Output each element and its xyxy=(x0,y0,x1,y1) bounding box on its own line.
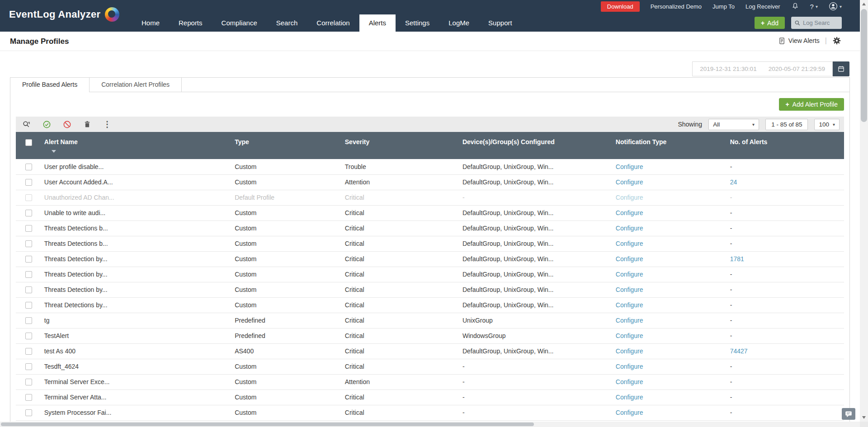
configure-link[interactable]: Configure xyxy=(616,286,643,293)
configure-link[interactable]: Configure xyxy=(616,301,643,309)
alert-name-cell[interactable]: System Processor Fai... xyxy=(42,405,232,420)
configure-link[interactable]: Configure xyxy=(616,178,643,186)
help-menu-button[interactable]: ? ▾ xyxy=(810,3,818,10)
configure-link[interactable]: Configure xyxy=(616,255,643,263)
alert-name-cell[interactable]: User Account Added.A... xyxy=(42,174,232,190)
alert-name-cell[interactable]: Tesdft_4624 xyxy=(42,359,232,374)
configure-link[interactable]: Configure xyxy=(616,209,643,216)
alert-name-cell[interactable]: Terminal Server Exce... xyxy=(42,374,232,389)
nav-item-alerts[interactable]: Alerts xyxy=(359,14,396,32)
row-checkbox[interactable] xyxy=(25,179,32,186)
row-checkbox[interactable] xyxy=(25,240,32,247)
nav-item-settings[interactable]: Settings xyxy=(396,14,439,32)
column-header-alert-name[interactable]: Alert Name xyxy=(42,132,232,159)
configure-link[interactable]: Configure xyxy=(616,240,643,247)
horizontal-scrollbar-thumb[interactable] xyxy=(1,422,534,426)
more-actions-button[interactable]: ⋮ xyxy=(103,120,111,128)
row-checkbox[interactable] xyxy=(25,363,32,370)
notification-bell-button[interactable] xyxy=(791,2,799,10)
column-header-notification-type[interactable]: Notification Type xyxy=(613,132,727,159)
quick-add-button[interactable]: + Add xyxy=(755,17,785,29)
column-header-type[interactable]: Type xyxy=(232,132,342,159)
row-checkbox[interactable] xyxy=(25,194,32,201)
column-header-severity[interactable]: Severity xyxy=(342,132,460,159)
alert-name-cell[interactable]: User profile disable... xyxy=(42,159,232,174)
scroll-up-arrow-icon[interactable] xyxy=(862,3,866,5)
date-range-field[interactable]: 2019-12-31 21:30:01 2020-05-07 21:29:59 xyxy=(692,61,833,76)
calendar-button[interactable] xyxy=(833,61,849,76)
view-alerts-button[interactable]: View Alerts xyxy=(778,37,820,45)
nav-item-compliance[interactable]: Compliance xyxy=(212,14,267,32)
alert-count-cell[interactable]: 1781 xyxy=(727,251,844,267)
row-checkbox[interactable] xyxy=(25,164,32,170)
alert-name-cell[interactable]: Threats Detection by... xyxy=(42,282,232,297)
configure-link[interactable]: Configure xyxy=(616,332,643,339)
configure-link[interactable]: Configure xyxy=(616,378,643,385)
alert-name-cell[interactable]: TestAlert xyxy=(42,328,232,343)
row-checkbox[interactable] xyxy=(25,333,32,339)
row-checkbox[interactable] xyxy=(25,256,32,263)
nav-item-support[interactable]: Support xyxy=(479,14,522,32)
log-search-box[interactable] xyxy=(791,17,842,29)
user-menu-button[interactable]: ▾ xyxy=(829,2,842,11)
column-search-button[interactable] xyxy=(22,120,31,129)
row-checkbox[interactable] xyxy=(25,302,32,309)
configure-link[interactable]: Configure xyxy=(616,363,643,370)
row-checkbox[interactable] xyxy=(25,394,32,401)
column-header-no-of-alerts[interactable]: No. of Alerts xyxy=(727,132,844,159)
log-receiver-link[interactable]: Log Receiver xyxy=(745,3,780,10)
tab-correlation-alert-profiles[interactable]: Correlation Alert Profiles xyxy=(90,78,182,92)
configure-link[interactable]: Configure xyxy=(616,317,643,324)
alert-count-cell[interactable]: 24 xyxy=(727,174,844,190)
nav-item-reports[interactable]: Reports xyxy=(169,14,212,32)
alert-count-cell[interactable]: 74427 xyxy=(727,343,844,359)
page-size-select[interactable]: 100 ▾ xyxy=(814,119,840,130)
scroll-down-arrow-icon[interactable] xyxy=(862,416,866,419)
row-checkbox[interactable] xyxy=(25,379,32,385)
settings-gear-button[interactable] xyxy=(832,36,841,45)
tab-profile-based-alerts[interactable]: Profile Based Alerts xyxy=(10,78,90,92)
vertical-scrollbar-thumb[interactable] xyxy=(861,9,867,122)
enable-alerts-button[interactable] xyxy=(42,120,51,129)
select-all-checkbox[interactable] xyxy=(25,139,32,146)
disable-alerts-button[interactable] xyxy=(63,120,71,129)
showing-filter-select[interactable]: All ▾ xyxy=(708,119,759,130)
configure-link[interactable]: Configure xyxy=(616,194,643,201)
row-checkbox[interactable] xyxy=(25,210,32,216)
row-checkbox[interactable] xyxy=(25,317,32,324)
configure-link[interactable]: Configure xyxy=(616,347,643,355)
configure-link[interactable]: Configure xyxy=(616,225,643,232)
alert-name-cell[interactable]: Unable to write audi... xyxy=(42,205,232,221)
row-checkbox[interactable] xyxy=(25,271,32,278)
alert-name-cell[interactable]: Threats Detection by... xyxy=(42,251,232,267)
delete-alerts-button[interactable] xyxy=(83,120,91,128)
alert-name-cell[interactable]: Threats Detections b... xyxy=(42,236,232,251)
alert-name-cell[interactable]: Terminal Server Atta... xyxy=(42,389,232,405)
configure-link[interactable]: Configure xyxy=(616,271,643,278)
alert-name-cell[interactable]: Threat Detections by... xyxy=(42,297,232,313)
horizontal-scrollbar[interactable] xyxy=(0,422,860,427)
alert-name-cell[interactable]: test As 400 xyxy=(42,343,232,359)
vertical-scrollbar[interactable] xyxy=(860,0,868,422)
alert-name-cell[interactable]: Unauthorized AD Chan... xyxy=(42,190,232,205)
nav-item-correlation[interactable]: Correlation xyxy=(307,14,359,32)
alert-name-cell[interactable]: Threats Detection by... xyxy=(42,267,232,282)
jump-to-link[interactable]: Jump To xyxy=(712,3,735,10)
feedback-chat-button[interactable] xyxy=(842,408,855,420)
configure-link[interactable]: Configure xyxy=(616,163,643,170)
personalized-demo-link[interactable]: Personalized Demo xyxy=(651,3,702,10)
alert-name-cell[interactable]: Threats Detections b... xyxy=(42,221,232,236)
nav-item-home[interactable]: Home xyxy=(132,14,169,32)
nav-item-logme[interactable]: LogMe xyxy=(439,14,479,32)
add-alert-profile-button[interactable]: + Add Alert Profile xyxy=(779,98,844,111)
row-checkbox[interactable] xyxy=(25,225,32,232)
brand-logo[interactable]: EventLog Analyzer xyxy=(9,7,119,22)
configure-link[interactable]: Configure xyxy=(616,394,643,401)
nav-item-search[interactable]: Search xyxy=(267,14,307,32)
download-button[interactable]: Download xyxy=(601,1,640,12)
row-checkbox[interactable] xyxy=(25,409,32,416)
log-search-input[interactable] xyxy=(803,19,838,26)
column-header-devices[interactable]: Device(s)/Group(s) Configured xyxy=(460,132,613,159)
configure-link[interactable]: Configure xyxy=(616,409,643,416)
row-checkbox[interactable] xyxy=(25,348,32,355)
